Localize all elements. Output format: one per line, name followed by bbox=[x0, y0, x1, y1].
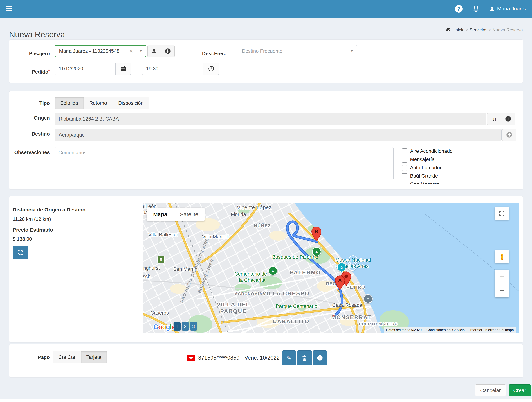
street-view-pegman-button[interactable] bbox=[495, 250, 509, 263]
cancel-button[interactable]: Cancelar bbox=[475, 384, 506, 396]
route-page-badge-2[interactable]: 2 bbox=[182, 322, 189, 331]
dashboard-gauge-icon bbox=[446, 27, 451, 33]
map-attribution: Datos del mapa ©2020Condiciones del Serv… bbox=[384, 327, 516, 333]
pasajero-label: Pasajero bbox=[13, 51, 50, 57]
distance-title: Distancia de Origen a Destino bbox=[13, 207, 86, 213]
map-type-control: MapaSatélite bbox=[147, 208, 205, 221]
payment-card: Pago Cta CteTarjeta 371595*****0859 - Ve… bbox=[9, 344, 523, 377]
checkbox-unchecked[interactable] bbox=[402, 182, 407, 184]
extra-option-label: Auto Fumador bbox=[410, 165, 442, 171]
poi-gov-marker-icon: ⌂ bbox=[363, 294, 373, 303]
swap-origin-destination-button[interactable]: ↓↑ bbox=[487, 113, 501, 125]
svg-text:B: B bbox=[315, 229, 318, 234]
origen-label: Origen bbox=[13, 115, 50, 121]
distance-value: 11.28 km (12 km) bbox=[13, 217, 51, 222]
tipo-label: Tipo bbox=[13, 101, 50, 106]
add-origin-button[interactable] bbox=[501, 113, 515, 125]
observaciones-label: Observaciones bbox=[13, 150, 50, 155]
extras-checkbox-list: Aire AcondicionadoMensajeríaAuto Fumador… bbox=[402, 147, 481, 184]
extra-option-mensajer-a[interactable]: Mensajería bbox=[402, 155, 481, 164]
extra-option-aire-acondicionado[interactable]: Aire Acondicionado bbox=[402, 147, 481, 155]
route-marker-A-pin[interactable]: A bbox=[335, 275, 345, 290]
map-roads-route-layer bbox=[143, 203, 519, 333]
extra-option-con-mascota[interactable]: Con Mascota bbox=[402, 180, 481, 184]
svg-text:A: A bbox=[338, 278, 342, 283]
map-type-satlite[interactable]: Satélite bbox=[174, 208, 205, 221]
poi-museum-marker-icon: ⌂ bbox=[337, 262, 346, 272]
passenger-profile-button[interactable] bbox=[147, 45, 161, 57]
top-navbar: ? Maria Juarez bbox=[0, 0, 532, 18]
google-map[interactable]: PROVINCIA DE BUENOS AIRES BUENOS AIRES 8… bbox=[143, 203, 519, 333]
notifications-bell-icon[interactable] bbox=[472, 5, 480, 13]
map-attribution-item[interactable]: Condiciones del Servicio bbox=[424, 327, 467, 333]
destino-frecuente-placeholder: Destino Frecuente bbox=[238, 48, 347, 54]
origen-input[interactable] bbox=[55, 113, 487, 125]
extra-option-label: Baúl Grande bbox=[410, 173, 438, 179]
price-value: $ 138.00 bbox=[13, 236, 32, 242]
user-name: Maria Juarez bbox=[497, 6, 527, 12]
plus-circle-icon bbox=[506, 132, 512, 138]
destino-input[interactable] bbox=[55, 129, 501, 141]
tipo-option-retorno[interactable]: Retorno bbox=[84, 97, 113, 109]
plus-circle-icon bbox=[317, 355, 323, 361]
card-info: 371595*****0859 - Venc: 10/2022 bbox=[198, 355, 280, 361]
time-picker-button[interactable] bbox=[203, 63, 219, 75]
breadcrumb-item-servicios[interactable]: Servicios bbox=[469, 27, 487, 32]
extra-option-label: Con Mascota bbox=[410, 182, 439, 184]
pasajero-select[interactable]: Maria Juarez - 1102294548 × ▼ bbox=[55, 45, 146, 57]
breadcrumb-item-inicio[interactable]: Inicio bbox=[454, 27, 464, 32]
pencil-icon: ✎ bbox=[287, 354, 292, 361]
chevron-down-icon[interactable]: ▼ bbox=[136, 45, 146, 57]
add-card-button[interactable] bbox=[313, 350, 327, 365]
pedido-time-input[interactable] bbox=[142, 63, 203, 75]
extra-option-auto-fumador[interactable]: Auto Fumador bbox=[402, 164, 481, 172]
page-title: Nueva Reserva bbox=[9, 30, 65, 39]
checkbox-unchecked[interactable] bbox=[402, 165, 407, 171]
nueva-reserva-page: ? Maria Juarez Nueva Reserva Ini bbox=[0, 0, 532, 402]
destino-frecuente-select[interactable]: Destino Frecuente ▼ bbox=[238, 45, 357, 57]
map-type-mapa[interactable]: Mapa bbox=[147, 208, 174, 221]
chevron-down-icon[interactable]: ▼ bbox=[347, 45, 357, 57]
zoom-in-button[interactable]: + bbox=[495, 270, 509, 284]
fullscreen-button[interactable] bbox=[495, 207, 509, 220]
distance-map-card: Distancia de Origen a Destino 11.28 km (… bbox=[9, 196, 523, 343]
route-page-badge-1[interactable]: 1 bbox=[174, 322, 181, 331]
destino-label: Destino bbox=[13, 131, 50, 137]
add-passenger-button[interactable] bbox=[161, 45, 175, 57]
checkbox-unchecked[interactable] bbox=[402, 148, 407, 154]
zoom-out-button[interactable]: − bbox=[495, 284, 509, 298]
clear-icon[interactable]: × bbox=[127, 48, 136, 55]
help-icon[interactable]: ? bbox=[455, 5, 462, 13]
payment-method-tarjeta[interactable]: Tarjeta bbox=[81, 351, 107, 363]
google-logo[interactable]: Google bbox=[153, 323, 175, 331]
payment-method-cta-cte[interactable]: Cta Cte bbox=[53, 351, 81, 363]
route-page-badge-3[interactable]: 3 bbox=[190, 322, 197, 331]
edit-card-button[interactable]: ✎ bbox=[282, 350, 296, 365]
map-attribution-item[interactable]: Informar un error en el mapa bbox=[467, 327, 516, 333]
dest-frec-label: Dest.Frec. bbox=[189, 51, 226, 57]
observaciones-textarea[interactable] bbox=[55, 147, 393, 180]
map-attribution-item: Datos del mapa ©2020 bbox=[384, 327, 424, 333]
extra-option-label: Mensajería bbox=[410, 157, 435, 162]
tipo-option-s-lo-ida[interactable]: Sólo ida bbox=[55, 97, 84, 109]
person-icon bbox=[151, 48, 157, 54]
map-zoom-control: + − bbox=[495, 270, 509, 297]
route-marker-B-pin[interactable]: B bbox=[311, 226, 322, 242]
create-button[interactable]: Crear bbox=[509, 384, 531, 396]
swap-arrows-icon: ↓↑ bbox=[492, 116, 496, 122]
checkbox-unchecked[interactable] bbox=[402, 173, 407, 179]
delete-card-button[interactable] bbox=[297, 350, 312, 365]
checkbox-unchecked[interactable] bbox=[402, 157, 407, 163]
recalculate-button[interactable] bbox=[13, 246, 28, 259]
pedido-date-input[interactable] bbox=[55, 63, 115, 75]
tipo-option-disposici-n[interactable]: Disposición bbox=[113, 97, 149, 109]
user-menu[interactable]: Maria Juarez bbox=[489, 6, 527, 12]
extra-option-ba-l-grande[interactable]: Baúl Grande bbox=[402, 172, 481, 180]
breadcrumb-item-nueva-reserva: Nueva Reserva bbox=[493, 27, 523, 32]
menu-toggle-icon[interactable] bbox=[6, 6, 16, 13]
required-asterisk: * bbox=[48, 69, 50, 73]
pegman-icon bbox=[498, 253, 505, 260]
add-destination-button[interactable] bbox=[502, 129, 516, 141]
date-picker-button[interactable] bbox=[115, 63, 131, 75]
poi-tree-marker-icon: ▲ bbox=[312, 247, 321, 256]
